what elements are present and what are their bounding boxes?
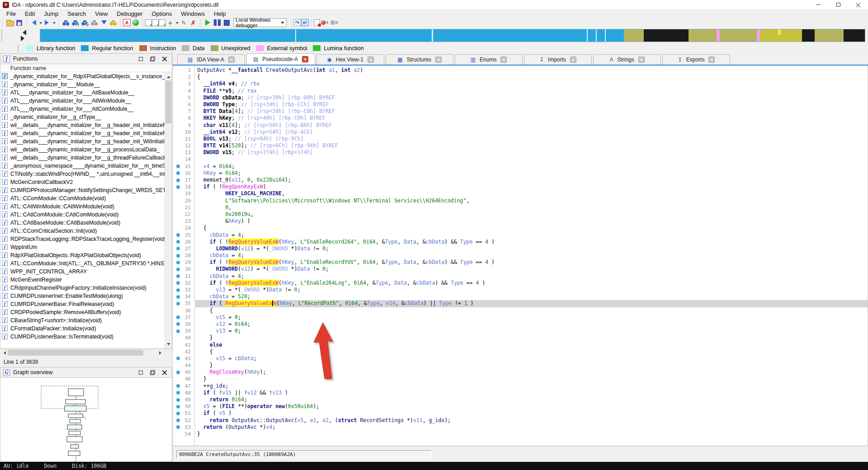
search-text-icon[interactable]: T [71, 19, 80, 27]
jump-address-icon[interactable] [99, 19, 108, 27]
code-line-37[interactable]: 37 v15 = 0; [173, 314, 868, 321]
edit-function-icon[interactable] [152, 19, 159, 26]
code-line-26[interactable]: 26 if ( !RegQueryValueExW(hKey, L"Enable… [173, 239, 868, 245]
function-row[interactable]: fWppInitUm [0, 243, 165, 251]
create-function-icon[interactable] [145, 19, 152, 26]
menu-edit[interactable]: Edit [20, 10, 39, 17]
open-file-icon[interactable] [5, 19, 14, 27]
function-row[interactable]: f_dynamic_initializer_for__RdpXPlatGloba… [0, 72, 165, 80]
code-line-39[interactable]: 39 v13 = 0; [173, 328, 868, 334]
function-row[interactable]: fATL::CAtlComModule::CAtlComModule(void) [0, 211, 165, 219]
function-row[interactable]: fwil__details___dynamic_initializer_for_… [0, 121, 165, 129]
code-line-44[interactable]: 44 } [173, 362, 868, 369]
menu-windows[interactable]: Windows [176, 10, 209, 17]
function-row[interactable]: fCFormatDataPacker::Initialize(void) [0, 324, 165, 333]
scroll-down-button[interactable] [165, 341, 172, 348]
code-line-22[interactable]: 22 0x20019u, [173, 211, 868, 218]
code-line-29[interactable]: 29 if ( !RegQueryValueExW(hKey, L"Enable… [173, 259, 868, 266]
functions-panel-titlebar[interactable]: f Functions [0, 53, 172, 64]
forward-history-dropdown-icon[interactable] [52, 19, 56, 27]
menu-file[interactable]: File [2, 10, 20, 17]
code-line-21[interactable]: 21 0, [173, 204, 868, 211]
function-row[interactable]: fCRdpInputChannelPluginFactory::Initiali… [0, 284, 165, 292]
save-icon[interactable] [14, 19, 24, 27]
menu-options[interactable]: Options [147, 10, 176, 17]
line-address-dot[interactable] [176, 371, 180, 374]
scroll-up-button[interactable] [165, 72, 172, 80]
line-address-dot[interactable] [176, 233, 180, 237]
code-line-48[interactable]: 48 if ( !v15 || !v12 && !v13 ) [173, 390, 868, 396]
pause-debugger-icon[interactable] [212, 19, 222, 27]
tab-close-icon[interactable]: × [435, 56, 442, 63]
code-line-36[interactable]: 36 { [173, 307, 868, 314]
function-row[interactable]: fCUMRDPListenerInet::EnableTestMode(ulon… [0, 292, 165, 300]
line-address-dot[interactable] [176, 302, 180, 306]
code-line-31[interactable]: 31 cbData = 4; [173, 273, 868, 280]
code-line-16[interactable]: 16 hKey = 0i64; [173, 170, 868, 177]
function-row[interactable]: fCUMRDPListenerBase::IsTerminated(void) [0, 333, 165, 341]
function-row[interactable]: fATL::CComModule::Init(ATL::_ATL_OBJMAP_… [0, 259, 165, 268]
function-row[interactable]: fATL::CComModule::CComModule(void) [0, 194, 165, 202]
code-line-9[interactable]: 9 char v11[4]; // [rsp+50h] [rbp-B0h] BY… [173, 122, 868, 129]
function-row[interactable]: fCUMRDPListenerBase::FinalRelease(void) [0, 300, 165, 308]
search-again-icon[interactable] [90, 19, 99, 27]
function-row[interactable]: fwil__details___dynamic_initializer_for_… [0, 146, 165, 154]
code-line-15[interactable]: 15 v4 = 0i64; [173, 163, 868, 170]
code-line-23[interactable]: 23 &hKey) ) [173, 218, 868, 225]
code-line-2[interactable]: 2{ [173, 74, 868, 80]
search-memory-icon[interactable] [61, 19, 71, 27]
search-names-icon[interactable] [108, 19, 118, 27]
code-line-11[interactable]: 11 BOOL v13; // [rsp+64h] [rbp-9Ch] [173, 136, 868, 142]
code-line-25[interactable]: 25 cbData = 4; [173, 232, 868, 239]
code-line-41[interactable]: 41 else [173, 342, 868, 348]
functions-horizontal-scrollbar[interactable] [0, 349, 172, 356]
stop-debugger-icon[interactable] [222, 19, 231, 27]
breakpoint-list-icon[interactable] [314, 19, 320, 26]
scrollbar-thumb[interactable] [8, 350, 143, 356]
function-row[interactable]: fATL___dynamic_initializer_for___AtlBase… [0, 89, 165, 97]
line-address-dot[interactable] [176, 405, 180, 409]
tab-close-icon[interactable]: × [500, 56, 507, 63]
problems-icon[interactable]: A [123, 19, 131, 26]
tab-structures[interactable]: ▦Structures× [386, 54, 453, 65]
code-line-51[interactable]: 51 if ( v5 ) [173, 410, 868, 417]
code-line-42[interactable]: 42 { [173, 348, 868, 355]
code-line-20[interactable]: 20 L"Software\\Policies\\Microsoft\\Wind… [173, 197, 868, 204]
panel-close-button[interactable] [161, 369, 167, 376]
code-line-45[interactable]: 45 RegCloseKey(hKey); [173, 369, 868, 376]
scrollbar-thumb[interactable] [165, 80, 171, 123]
code-line-7[interactable]: 7 BYTE Data[4]; // [rsp+38h] [rbp-C8h] B… [173, 108, 868, 115]
menu-view[interactable]: View [90, 10, 112, 17]
tab-pseudocode-a[interactable]: ▤Pseudocode-A× [246, 53, 315, 65]
code-line-33[interactable]: 33 v13 = *(_DWORD *)Data != 0; [173, 287, 868, 293]
line-address-dot[interactable] [176, 179, 180, 182]
function-row[interactable]: f_dynamic_initializer_for__g_cfType__ [0, 113, 165, 121]
debugger-selector[interactable]: Local Windows debugger [233, 18, 287, 27]
tab-strings[interactable]: AStrings× [593, 54, 661, 65]
back-history-dropdown-icon[interactable] [38, 19, 42, 27]
scroll-left-button[interactable] [0, 349, 7, 356]
function-row[interactable]: fCRDPPooledSample::RemoveAllBuffers(void… [0, 308, 165, 316]
function-row[interactable]: fMcGenControlCallbackV2 [0, 178, 165, 186]
code-line-30[interactable]: 30 HIDWORD(v12) = *(_DWORD *)Data != 0; [173, 266, 868, 273]
add-item-dropdown-icon[interactable] [175, 19, 179, 27]
panel-restore-button[interactable] [149, 56, 156, 62]
delete-icon[interactable]: ✗ [189, 19, 198, 27]
tab-close-icon[interactable]: × [228, 56, 235, 63]
function-row[interactable]: fATL___dynamic_initializer_for___AtlWinM… [0, 97, 165, 105]
graph-overview-titlebar[interactable]: G Graph overview [0, 367, 172, 378]
functions-list-header[interactable]: Function name [0, 64, 172, 72]
code-line-38[interactable]: 38 v12 = 0i64; [173, 321, 868, 328]
function-row[interactable]: fwil__details___dynamic_initializer_for_… [0, 129, 165, 137]
tab-close-icon[interactable]: × [302, 56, 308, 62]
nav-scroll-right-icon[interactable] [21, 36, 27, 41]
scroll-right-button[interactable] [157, 349, 165, 356]
function-row[interactable]: fwil__details___dynamic_initializer_for_… [0, 154, 165, 162]
add-item-icon[interactable]: + [165, 19, 175, 27]
tab-ida-view-a[interactable]: ▤IDA View-A× [177, 54, 245, 65]
code-line-46[interactable]: 46 } [173, 376, 868, 382]
code-line-5[interactable]: 5 DWORD cbData; // [rsp+30h] [rbp-D0h] B… [173, 94, 868, 101]
line-address-dot[interactable] [176, 288, 180, 292]
code-line-50[interactable]: 50 v5 = (FILE **)operator new(0x50ui64); [173, 403, 868, 410]
navigate-back-icon[interactable] [29, 19, 38, 27]
